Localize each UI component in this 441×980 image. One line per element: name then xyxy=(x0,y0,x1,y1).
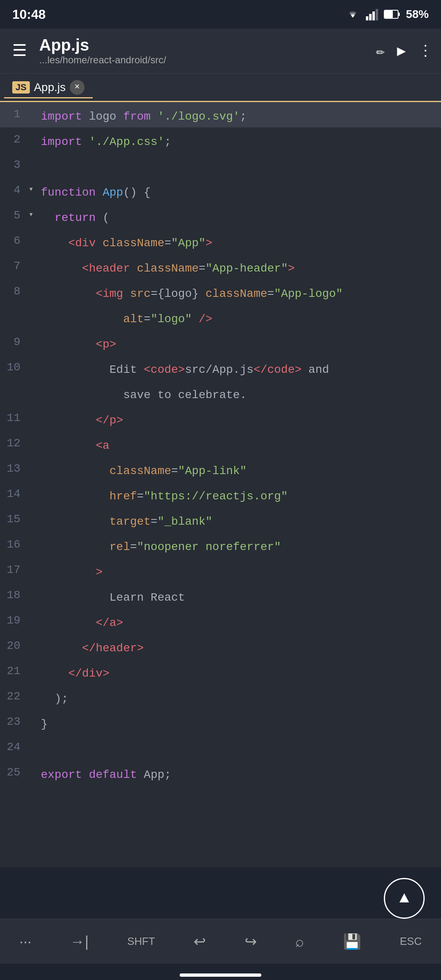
line-number xyxy=(0,381,29,386)
top-bar: ☰ App.js ...les/home/react-android/src/ … xyxy=(0,29,441,74)
undo-button[interactable]: ↩ xyxy=(187,930,212,953)
code-line-4: 4 ▾ function App() { xyxy=(0,178,441,203)
edit-icon[interactable]: ✏ xyxy=(376,42,385,60)
line-number: 9 xyxy=(0,330,29,348)
save-button[interactable]: 💾 xyxy=(336,930,368,953)
line-number: 11 xyxy=(0,406,29,424)
line-content[interactable]: <div className="App"> xyxy=(41,229,441,252)
code-line-22: 22 ); xyxy=(0,684,441,710)
code-line-21: 21 </div> xyxy=(0,659,441,684)
redo-icon: ↪ xyxy=(245,933,257,950)
code-line-15: 15 target="_blank" xyxy=(0,507,441,532)
line-content[interactable]: <header className="App-header"> xyxy=(41,254,441,277)
code-line-24: 24 xyxy=(0,735,441,760)
code-line-11: 11 </p> xyxy=(0,406,441,431)
line-content[interactable]: </div> xyxy=(41,659,441,682)
line-content[interactable]: rel="noopener noreferrer" xyxy=(41,532,441,556)
line-number: 8 xyxy=(0,279,29,298)
fold-arrow xyxy=(29,127,41,133)
fold-arrow xyxy=(29,229,41,234)
code-line-10: 10 Edit <code>src/App.js</code> and xyxy=(0,355,441,381)
tab-appjs[interactable]: JS App.js × xyxy=(4,78,93,98)
line-content[interactable]: target="_blank" xyxy=(41,507,441,530)
more-icon[interactable]: ⋮ xyxy=(418,42,433,60)
toolbar-icons: ✏ ▶ ⋮ xyxy=(376,42,433,60)
search-button[interactable]: ⌕ xyxy=(289,930,311,953)
redo-button[interactable]: ↪ xyxy=(238,930,263,953)
esc-button[interactable]: ESC xyxy=(393,932,428,951)
tab-js-badge: JS xyxy=(12,81,30,94)
line-content[interactable]: Learn React xyxy=(41,583,441,606)
svg-rect-6 xyxy=(385,11,393,18)
code-line-16: 16 rel="noopener noreferrer" xyxy=(0,532,441,558)
esc-icon: ESC xyxy=(400,935,421,948)
fold-arrow xyxy=(29,760,41,766)
code-line-6: 6 <div className="App"> xyxy=(0,229,441,254)
code-line-2: 2 import './App.css'; xyxy=(0,127,441,153)
line-content[interactable]: </header> xyxy=(41,634,441,657)
line-content[interactable]: import logo from './logo.svg'; xyxy=(41,102,441,125)
shift-button[interactable]: SHFT xyxy=(121,932,162,951)
line-content[interactable]: save to celebrate. xyxy=(41,381,441,404)
line-content[interactable]: } xyxy=(41,710,441,733)
svg-rect-5 xyxy=(398,13,400,16)
code-line-14: 14 href="https://reactjs.org" xyxy=(0,482,441,507)
line-number: 19 xyxy=(0,608,29,627)
scroll-to-top-fab[interactable]: ▲ xyxy=(384,878,425,919)
status-bar: 10:48 58% xyxy=(0,0,441,29)
tab-icon: →| xyxy=(70,933,89,950)
line-content[interactable]: import './App.css'; xyxy=(41,127,441,151)
line-content[interactable]: className="App-link" xyxy=(41,457,441,480)
fold-arrow xyxy=(29,634,41,639)
line-number: 4 xyxy=(0,178,29,196)
file-path: ...les/home/react-android/src/ xyxy=(39,54,368,66)
bottom-toolbar: ··· →| SHFT ↩ ↪ ⌕ 💾 ESC xyxy=(0,919,441,964)
fold-arrow xyxy=(29,406,41,412)
line-content[interactable]: <a xyxy=(41,431,441,454)
code-area: 1 import logo from './logo.svg'; 2 impor… xyxy=(0,102,441,867)
line-content[interactable]: </a> xyxy=(41,608,441,632)
code-line-5: 5 ▾ return ( xyxy=(0,203,441,229)
line-content[interactable]: function App() { xyxy=(41,178,441,201)
status-time: 10:48 xyxy=(12,7,46,22)
line-number: 13 xyxy=(0,457,29,475)
line-content[interactable]: <img src={logo} className="App-logo" xyxy=(41,279,441,303)
line-number: 6 xyxy=(0,229,29,247)
line-content[interactable]: href="https://reactjs.org" xyxy=(41,482,441,505)
line-content[interactable]: export default App; xyxy=(41,760,441,784)
fold-arrow xyxy=(29,735,41,741)
menu-icon[interactable]: ☰ xyxy=(8,37,31,65)
save-icon: 💾 xyxy=(343,933,361,950)
fold-arrow xyxy=(29,102,41,108)
line-number xyxy=(0,305,29,310)
line-content[interactable]: </p> xyxy=(41,406,441,429)
shift-icon: SHFT xyxy=(127,935,155,948)
line-content[interactable]: ); xyxy=(41,684,441,708)
chevron-up-icon: ▲ xyxy=(399,889,409,908)
play-icon[interactable]: ▶ xyxy=(397,42,406,60)
code-line-23: 23 } xyxy=(0,710,441,735)
line-content[interactable]: > xyxy=(41,558,441,581)
code-line-19: 19 </a> xyxy=(0,608,441,634)
fold-arrow[interactable]: ▾ xyxy=(29,178,41,194)
line-content[interactable]: <p> xyxy=(41,330,441,353)
line-number: 10 xyxy=(0,355,29,374)
line-content[interactable]: return ( xyxy=(41,203,441,227)
line-content[interactable]: Edit <code>src/App.js</code> and xyxy=(41,355,441,379)
line-number: 15 xyxy=(0,507,29,526)
code-line-12: 12 <a xyxy=(0,431,441,457)
more-options-button[interactable]: ··· xyxy=(13,930,38,953)
tab-close-button[interactable]: × xyxy=(70,80,85,95)
line-number: 14 xyxy=(0,482,29,500)
line-number: 25 xyxy=(0,760,29,779)
fold-arrow xyxy=(29,532,41,538)
title-block: App.js ...les/home/react-android/src/ xyxy=(39,36,368,66)
line-content[interactable]: alt="logo" /> xyxy=(41,305,441,328)
line-number: 1 xyxy=(0,102,29,120)
svg-rect-0 xyxy=(366,16,368,20)
fold-arrow[interactable]: ▾ xyxy=(29,203,41,219)
code-line-10cont: save to celebrate. xyxy=(0,381,441,406)
line-number: 16 xyxy=(0,532,29,551)
tab-button[interactable]: →| xyxy=(64,930,95,953)
signal-icon xyxy=(366,8,378,20)
